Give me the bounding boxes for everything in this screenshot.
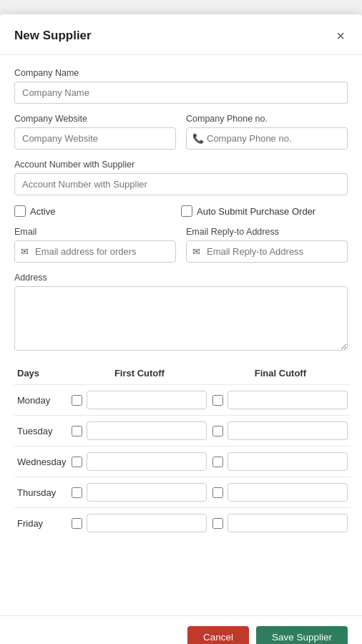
account-number-label: Account Number with Supplier [14,160,348,170]
email-input[interactable] [14,240,176,263]
company-phone-input[interactable] [186,127,348,150]
new-supplier-modal: New Supplier × Company Name Company Webs… [0,14,362,644]
final-cutoff-cell-1 [210,416,351,447]
first-cutoff-cell-wrap-3 [72,483,207,502]
final-cutoff-input-0[interactable] [228,391,348,409]
cancel-button[interactable]: Cancel [187,626,249,644]
table-row: Tuesday [14,416,351,447]
save-supplier-button[interactable]: Save Supplier [256,626,348,644]
modal-body: Company Name Company Website Company Pho… [0,55,362,615]
final-cutoff-cell-wrap-0 [212,391,348,409]
company-name-input[interactable] [14,82,348,104]
final-cutoff-cell-4 [210,508,351,539]
final-cutoff-checkbox-2[interactable] [212,457,223,467]
account-number-input[interactable] [14,173,348,195]
final-cutoff-checkbox-1[interactable] [212,426,223,436]
account-number-group: Account Number with Supplier [14,160,348,195]
final-cutoff-cell-0 [210,385,351,416]
active-checkbox[interactable] [14,205,26,217]
company-phone-label: Company Phone no. [186,114,348,124]
auto-submit-checkbox[interactable] [181,205,192,217]
address-group: Address [14,273,348,353]
final-cutoff-cell-2 [210,447,351,477]
table-row: Friday [14,508,351,539]
final-cutoff-checkbox-4[interactable] [212,518,223,529]
email-icon: ✉ [21,246,29,257]
first-cutoff-header: First Cutoff [69,364,210,385]
day-cell-1: Tuesday [14,416,69,447]
final-cutoff-input-3[interactable] [228,483,348,502]
first-cutoff-cell-2 [69,447,210,477]
first-cutoff-cell-1 [69,416,210,447]
address-textarea[interactable] [14,286,348,351]
final-cutoff-input-2[interactable] [228,452,348,471]
auto-submit-row: Auto Submit Purchase Order [181,205,348,217]
email-reply-input-wrap: ✉ [186,240,348,263]
active-label: Active [30,206,55,217]
first-cutoff-cell-wrap-4 [72,514,207,532]
first-cutoff-checkbox-3[interactable] [72,487,82,498]
final-cutoff-header: Final Cutoff [210,364,351,385]
first-cutoff-checkbox-0[interactable] [72,395,82,406]
first-cutoff-input-0[interactable] [87,391,207,409]
phone-icon: 📞 [192,133,204,144]
first-cutoff-cell-wrap-0 [72,391,207,409]
phone-input-wrap: 📞 [186,127,348,150]
email-label: Email [14,227,176,237]
day-cell-0: Monday [14,385,69,416]
address-label: Address [14,273,348,283]
first-cutoff-checkbox-1[interactable] [72,426,82,436]
cutoff-table: Days First Cutoff Final Cutoff Monday [14,364,351,538]
final-cutoff-cell-wrap-4 [212,514,348,532]
first-cutoff-checkbox-2[interactable] [72,457,82,467]
days-header: Days [14,364,69,385]
final-cutoff-cell-wrap-1 [212,421,348,440]
first-cutoff-cell-wrap-1 [72,421,207,440]
company-name-group: Company Name [14,68,348,104]
final-cutoff-cell-wrap-2 [212,452,348,471]
checkbox-section: Active Auto Submit Purchase Order [14,205,348,217]
day-cell-3: Thursday [14,477,69,508]
first-cutoff-input-3[interactable] [87,483,207,502]
table-row: Thursday [14,477,351,508]
final-cutoff-checkbox-0[interactable] [212,395,223,406]
company-name-label: Company Name [14,68,348,78]
final-cutoff-cell-3 [210,477,351,508]
modal-footer: Cancel Save Supplier [0,615,362,644]
email-reply-icon: ✉ [192,246,200,257]
email-input-wrap: ✉ [14,240,176,263]
modal-title: New Supplier [14,29,92,43]
first-cutoff-cell-3 [69,477,210,508]
first-cutoff-input-1[interactable] [87,421,207,440]
final-cutoff-input-1[interactable] [228,421,348,440]
email-row: Email ✉ Email Reply-to Address ✉ [14,227,348,273]
company-website-group: Company Website [14,114,176,150]
company-website-label: Company Website [14,114,176,124]
first-cutoff-cell-wrap-2 [72,452,207,471]
first-cutoff-input-4[interactable] [87,514,207,532]
company-website-input[interactable] [14,127,176,150]
modal-header: New Supplier × [0,14,362,55]
table-row: Wednesday [14,447,351,477]
close-button[interactable]: × [333,27,348,44]
website-phone-row: Company Website Company Phone no. 📞 [14,114,348,160]
active-row: Active [14,205,181,217]
first-cutoff-cell-0 [69,385,210,416]
first-cutoff-cell-4 [69,508,210,539]
day-cell-2: Wednesday [14,447,69,477]
day-cell-4: Friday [14,508,69,539]
email-group: Email ✉ [14,227,176,263]
first-cutoff-input-2[interactable] [87,452,207,471]
email-reply-input[interactable] [186,240,348,263]
final-cutoff-cell-wrap-3 [212,483,348,502]
email-reply-label: Email Reply-to Address [186,227,348,237]
table-row: Monday [14,385,351,416]
email-reply-group: Email Reply-to Address ✉ [186,227,348,263]
final-cutoff-input-4[interactable] [228,514,348,532]
company-phone-group: Company Phone no. 📞 [186,114,348,150]
auto-submit-label: Auto Submit Purchase Order [197,206,315,217]
first-cutoff-checkbox-4[interactable] [72,518,82,529]
final-cutoff-checkbox-3[interactable] [212,487,223,498]
